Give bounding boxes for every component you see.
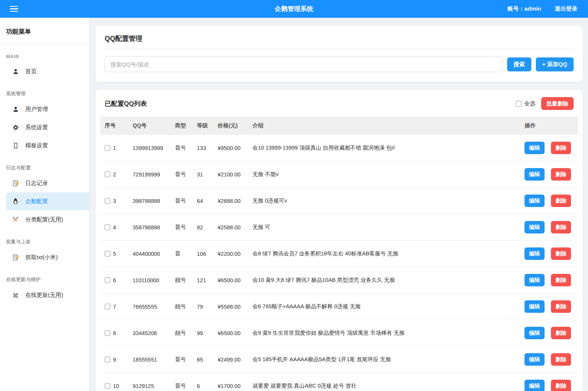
row-level: 79 [194,294,215,320]
edit-button[interactable]: 编辑 [525,221,545,233]
row-price: ¥6500.00 [215,267,249,294]
col-price: 价格(元) [215,116,249,135]
row-desc: 会8 绿7 腾讯会员7 业务累积18年左右 40标准AB客服号 无脸 [249,241,521,267]
row-level: 106 [194,241,215,267]
edit-button[interactable]: 编辑 [525,247,545,260]
col-type: 类型 [172,116,194,135]
menu-toggle-icon[interactable] [10,6,19,12]
row-qq: 76655555 [130,294,172,320]
page-title: QQ配置管理 [105,34,574,49]
table-row: 5 404400000 普 106 ¥2200.00 会8 绿7 腾讯会员7 业… [100,241,578,267]
batch-delete-button[interactable]: 批量删除 [541,97,574,110]
sidebar-section-label: 日志与配置 [6,165,83,171]
row-desc: 会6 765顺子+AAAAA 极品不解释 0违规 无脸 [249,294,521,320]
row-desc: 会10 黄9 大8 绿7 腾讯7 极品10AB 类型漂亮 业务久久 无脸 [249,267,521,294]
logout-link[interactable]: 退出登录 [555,5,577,12]
row-level: 121 [194,267,215,294]
row-type: 普号 [172,188,194,214]
row-type: 普号 [172,346,194,373]
row-desc: 会10 13999-13999 顶级真山 自用收藏都不错 圆润饱满 包rl [249,135,521,161]
row-index: 5 [113,251,116,257]
row-desc: 无脸 0违规可v [249,188,521,214]
edit-button[interactable]: 编辑 [525,274,545,286]
row-type: 靓号 [172,294,194,320]
sidebar-section-label: 系统管理 [6,91,83,97]
table-row: 7 76655555 靓号 79 ¥5588.00 会6 765顺子+AAAAA… [100,294,578,320]
delete-button[interactable]: 删除 [551,327,571,339]
delete-button[interactable]: 删除 [551,380,571,391]
table-header-row: 序号 QQ号 类型 等级 价格(元) 介绍 操作 [100,116,578,135]
row-checkbox[interactable] [105,224,110,230]
edit-button[interactable]: 编辑 [525,195,545,207]
tools-icon [12,216,19,223]
edit-button[interactable]: 编辑 [525,353,545,366]
sidebar-item-grab-txt[interactable]: 抓取txt(小米) [6,248,89,266]
row-price: ¥5588.00 [215,294,249,320]
row-index: 8 [113,330,116,336]
delete-button[interactable]: 删除 [551,168,571,181]
col-index: 序号 [100,116,130,135]
sidebar-item-home[interactable]: 首页 [6,62,89,80]
sidebar-item-online-update[interactable]: 在线更新(无用) [6,286,89,304]
row-type: 靓号 [172,320,194,346]
select-all-label: 全选 [524,100,535,107]
row-index: 7 [113,304,116,310]
table-row: 8 33445206 靓号 99 ¥6500.00 会9 黄9 生生世世我爱你妞… [100,320,578,346]
delete-button[interactable]: 删除 [551,247,571,260]
delete-button[interactable]: 删除 [551,274,571,286]
delete-button[interactable]: 删除 [551,221,571,233]
puzzle-icon [12,292,19,298]
row-index: 3 [113,198,116,204]
sidebar-item-template-settings[interactable]: 模板设置 [6,136,89,155]
row-price: ¥2200.00 [215,241,249,267]
delete-button[interactable]: 删除 [551,195,571,207]
select-all[interactable]: 全选 [516,100,535,107]
user-icon [12,68,19,75]
row-checkbox[interactable] [105,330,110,336]
edit-button[interactable]: 编辑 [525,168,545,181]
row-checkbox[interactable] [105,251,110,257]
row-desc: 会9 黄9 生生世世我爱你妞 极品爱情号 顶级寓意 市场稀有 无脸 [249,320,521,346]
add-qq-button[interactable]: + 添加QQ [536,57,574,71]
row-desc: 无脸 不能v [249,161,521,188]
sidebar-item-users[interactable]: 用户管理 [6,100,89,118]
main-content: QQ配置管理 搜索 + 添加QQ 已配置QQ列表 全选 批量删除 [90,18,588,391]
row-index: 1 [113,145,116,151]
qq-table: 序号 QQ号 类型 等级 价格(元) 介绍 操作 1 1399913999 普号… [100,116,578,391]
list-title: 已配置QQ列表 [105,99,147,108]
row-qq: 404400000 [130,241,172,267]
row-checkbox[interactable] [105,277,110,283]
user-icon [12,106,19,113]
row-price: ¥2688.00 [215,188,249,214]
row-level: 82 [194,214,215,241]
row-checkbox[interactable] [105,198,110,204]
row-index: 2 [113,172,116,178]
select-all-checkbox[interactable] [516,101,521,107]
delete-button[interactable]: 删除 [551,300,571,313]
row-checkbox[interactable] [105,172,110,177]
row-level: 64 [194,188,215,214]
delete-button[interactable]: 删除 [551,353,571,366]
row-checkbox[interactable] [105,304,110,309]
row-checkbox[interactable] [105,357,110,362]
sidebar-item-category-config[interactable]: 分类配置(无用) [6,210,89,229]
sidebar-item-penguin-config[interactable]: 企鹅配置 [6,192,89,210]
search-button[interactable]: 搜索 [507,57,531,71]
edit-button[interactable]: 编辑 [525,327,545,339]
row-price: ¥6500.00 [215,320,249,346]
row-type: 靓号 [172,267,194,294]
row-qq: 9129125 [130,373,172,391]
row-checkbox[interactable] [105,383,110,389]
row-price: ¥1700.00 [215,373,249,391]
table-row: 6 110110000 靓号 121 ¥6500.00 会10 黄9 大8 绿7… [100,267,578,294]
edit-button[interactable]: 编辑 [525,380,545,391]
edit-button[interactable]: 编辑 [525,300,545,313]
delete-button[interactable]: 删除 [551,142,571,154]
row-checkbox[interactable] [105,145,110,151]
row-type: 普 [172,241,194,267]
search-input[interactable] [105,56,503,72]
row-type: 普号 [172,135,194,161]
sidebar-item-logs[interactable]: 日志记录 [6,174,89,192]
sidebar-item-system-settings[interactable]: 系统设置 [6,118,89,136]
edit-button[interactable]: 编辑 [525,142,545,154]
